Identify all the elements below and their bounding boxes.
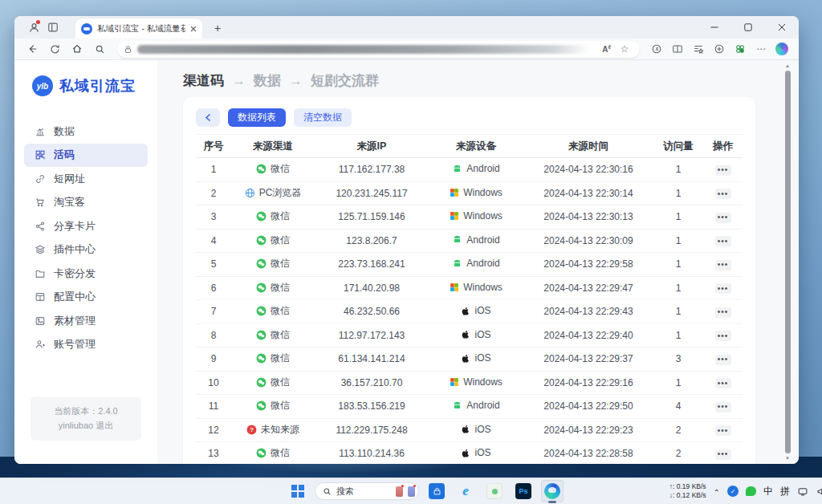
row-actions[interactable]: ••• [703, 353, 743, 365]
address-bar[interactable]: Aℓ ☆ [117, 41, 640, 58]
source-channel: 微信 [231, 376, 315, 390]
home-icon[interactable] [67, 40, 87, 58]
row-number: 13 [196, 448, 231, 459]
logout-link[interactable]: 退出 [96, 421, 113, 430]
clear-data-button[interactable]: 清空数据 [294, 108, 352, 127]
source-time: 2024-04-13 22:28:58 [523, 448, 653, 459]
split-screen-icon[interactable] [669, 40, 686, 58]
source-time: 2024-04-13 22:30:09 [523, 235, 653, 246]
minimize-button[interactable] [698, 16, 731, 39]
refresh-icon[interactable] [45, 40, 64, 58]
source-channel: 微信 [231, 257, 315, 271]
row-actions[interactable]: ••• [703, 282, 743, 295]
browser-tab[interactable]: 私域引流宝 - 私域流量获取与裂… [75, 18, 202, 39]
back-icon[interactable] [22, 40, 42, 58]
search-highlight-icon [408, 486, 415, 497]
source-ip: 123.8.206.7 [315, 235, 429, 246]
row-actions-button[interactable]: ••• [715, 307, 731, 318]
read-aloud-icon[interactable]: Aℓ [602, 44, 611, 54]
browser-profile-icon[interactable] [24, 18, 43, 37]
more-options-icon[interactable]: ⋯ [752, 40, 770, 58]
extensions-icon[interactable] [731, 40, 749, 58]
data-list-button[interactable]: 数据列表 [228, 108, 286, 127]
tray-app-icon[interactable]: ✓ [727, 486, 739, 497]
row-actions-button[interactable]: ••• [715, 189, 731, 199]
row-actions[interactable]: ••• [703, 164, 743, 176]
taskbar-app-ie[interactable]: e [454, 480, 477, 502]
taskbar-app-photoshop[interactable]: Ps [512, 480, 535, 502]
row-actions-button[interactable]: ••• [715, 236, 731, 246]
collections-icon[interactable] [710, 40, 728, 58]
sidebar-item-账号管理[interactable]: 账号管理 [24, 333, 148, 357]
row-actions[interactable]: ••• [703, 211, 743, 223]
row-actions[interactable]: ••• [703, 400, 743, 413]
sidebar-item-短网址[interactable]: 短网址 [24, 167, 148, 191]
wechat-icon [256, 306, 267, 316]
ime-language-indicator[interactable]: 中 [763, 485, 773, 498]
sidebar-item-分享卡片[interactable]: 分享卡片 [24, 214, 148, 238]
favorites-hub-icon[interactable] [690, 40, 707, 58]
source-channel: 微信 [231, 328, 315, 343]
taskbar-app-devtool[interactable] [483, 480, 506, 502]
tab-title: 私域引流宝 - 私域流量获取与裂… [97, 23, 185, 35]
toolbar-search-icon[interactable] [90, 40, 109, 58]
row-actions-button[interactable]: ••• [715, 378, 731, 388]
row-actions-button[interactable]: ••• [715, 283, 731, 294]
row-actions-button[interactable]: ••• [715, 260, 731, 270]
taskbar-app-store[interactable] [425, 480, 448, 502]
start-button-icon[interactable] [287, 481, 308, 502]
tab-close-icon[interactable] [190, 26, 197, 32]
row-actions[interactable]: ••• [703, 330, 743, 342]
cast-screen-icon[interactable] [797, 486, 808, 497]
tray-wechat-icon[interactable] [746, 486, 756, 496]
back-chevron-button[interactable] [196, 108, 220, 127]
ime-mode-indicator[interactable]: 拼 [780, 485, 790, 498]
scroll-down-icon[interactable]: ▼ [785, 454, 790, 462]
breadcrumb-item[interactable]: 数据 [254, 71, 281, 90]
taskbar-app-edge[interactable] [541, 480, 564, 502]
taskbar-search[interactable]: 搜索 [315, 482, 419, 500]
breadcrumb-item[interactable]: 渠道码 [183, 71, 224, 90]
scroll-up-icon[interactable]: ▲ [785, 62, 790, 70]
sidebar-item-插件中心[interactable]: 插件中心 [24, 238, 148, 262]
row-actions[interactable]: ••• [703, 258, 743, 270]
row-actions-button[interactable]: ••• [715, 402, 731, 413]
maximize-button[interactable] [731, 16, 765, 39]
workspaces-icon[interactable] [43, 18, 63, 37]
sidebar-item-活码[interactable]: 活码 [24, 144, 148, 168]
favorite-star-icon[interactable]: ☆ [616, 40, 633, 58]
sidebar-item-卡密分发[interactable]: 卡密分发 [24, 262, 148, 286]
android-icon [452, 400, 462, 411]
sidebar-item-数据[interactable]: 数据 [24, 120, 148, 144]
close-button[interactable] [765, 16, 799, 39]
sidebar-item-配置中心[interactable]: 配置中心 [24, 286, 148, 310]
sidebar-item-淘宝客[interactable]: 淘宝客 [24, 191, 148, 215]
column-header: 序号 [196, 140, 231, 153]
row-actions-button[interactable]: ••• [715, 165, 731, 176]
scrollbar-thumb[interactable] [785, 71, 791, 453]
source-ip: 113.110.214.36 [315, 448, 429, 459]
new-tab-button[interactable]: + [209, 19, 226, 37]
row-actions[interactable]: ••• [703, 448, 743, 460]
row-actions[interactable]: ••• [703, 306, 743, 318]
row-actions-button[interactable]: ••• [715, 355, 731, 365]
page-scrollbar[interactable]: ▲ ▼ [784, 62, 791, 462]
sidebar-item-素材管理[interactable]: 素材管理 [24, 309, 148, 333]
table-row: 7微信46.232.50.66iOS2024-04-13 22:29:431••… [196, 300, 743, 324]
row-actions-button[interactable]: ••• [715, 213, 731, 223]
row-actions[interactable]: ••• [703, 377, 743, 389]
sidebar-item-label: 配置中心 [54, 290, 96, 304]
row-actions-button[interactable]: ••• [715, 449, 731, 460]
copilot-icon[interactable] [773, 40, 791, 58]
row-actions-button[interactable]: ••• [715, 331, 731, 341]
row-actions[interactable]: ••• [703, 425, 743, 437]
sync-extension-icon[interactable] [648, 40, 665, 58]
row-actions-button[interactable]: ••• [715, 425, 731, 436]
row-actions[interactable]: ••• [703, 188, 743, 200]
column-header: 访问量 [653, 140, 703, 153]
row-number: 5 [196, 258, 231, 270]
image-icon [34, 315, 46, 327]
speaker-icon[interactable] [816, 486, 822, 497]
tray-expand-icon[interactable]: ⌃ [714, 488, 720, 497]
row-actions[interactable]: ••• [703, 235, 743, 247]
